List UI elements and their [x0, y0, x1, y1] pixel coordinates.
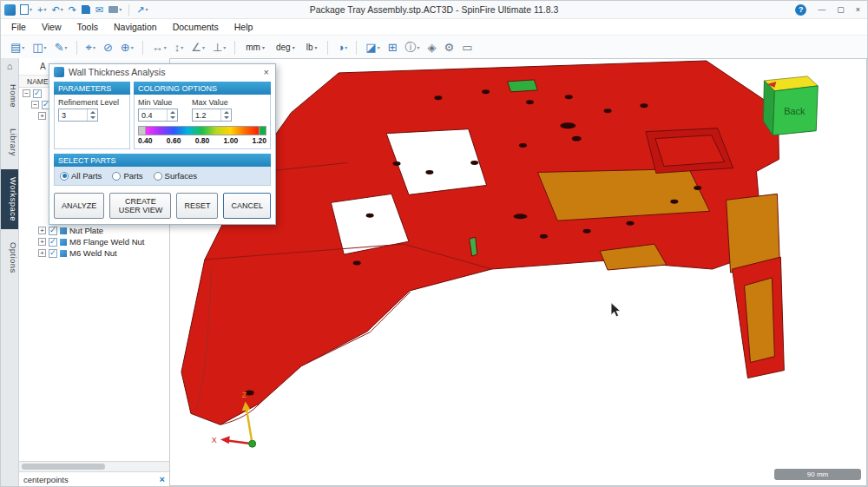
radio-surfaces[interactable]: Surfaces	[154, 171, 198, 181]
max-value-spinner[interactable]: 1.2	[192, 109, 232, 122]
menu-tools[interactable]: Tools	[69, 22, 107, 32]
refinement-label: Refinement Level	[58, 98, 126, 107]
transform-part-icon[interactable]: ⊕▾	[118, 39, 136, 56]
radio-dot[interactable]	[154, 172, 162, 181]
sidebar-tab-library[interactable]: Library	[1, 121, 18, 164]
unit-mass-dropdown[interactable]: lb▾	[302, 43, 322, 52]
dialog-icon	[54, 67, 64, 77]
refinement-value[interactable]: 3	[59, 109, 87, 121]
sidebar-tab-workspace[interactable]: Workspace	[1, 169, 18, 229]
spin-down-icon[interactable]	[88, 115, 97, 122]
separator	[128, 4, 129, 16]
unit-angle-dropdown[interactable]: deg▾	[272, 43, 299, 52]
collapse-icon[interactable]: −	[31, 101, 39, 109]
hide-parts-icon[interactable]: ⊘	[101, 39, 115, 56]
expand-icon[interactable]: +	[38, 238, 46, 246]
cross-section-icon[interactable]: ◪▾	[363, 39, 382, 56]
wall-thickness-dialog: Wall Thickness Analysis × PARAMETERS Ref…	[49, 63, 276, 225]
select-parts-header: SELECT PARTS	[54, 154, 271, 167]
menu-file[interactable]: File	[3, 22, 34, 32]
max-value[interactable]: 1.2	[193, 109, 220, 121]
axis-indicator-icon[interactable]: ◈	[425, 39, 439, 56]
refinement-spinner[interactable]: 3	[58, 109, 98, 122]
email-button[interactable]: ✉	[95, 5, 104, 15]
analyze-button[interactable]: ANALYZE	[54, 193, 104, 219]
separator	[356, 41, 357, 55]
separator	[234, 41, 235, 55]
scrollbar-thumb[interactable]	[22, 464, 105, 470]
radio-dot[interactable]	[112, 172, 121, 181]
app-icon	[4, 4, 16, 16]
dialog-titlebar[interactable]: Wall Thickness Analysis ×	[49, 64, 275, 80]
menu-documents[interactable]: Documents	[165, 22, 227, 32]
select-tool-icon[interactable]: ⌖▾	[83, 39, 98, 56]
min-value-spinner[interactable]: 0.4	[138, 109, 178, 122]
tree-row[interactable]: + M6 Weld Nut	[19, 247, 169, 259]
tree-row[interactable]: + M8 Flange Weld Nut	[19, 236, 169, 247]
min-value[interactable]: 0.4	[139, 109, 167, 121]
menubar: File View Tools Navigation Documents Hel…	[1, 19, 867, 36]
minimize-button[interactable]: —	[818, 5, 825, 14]
spin-down-icon[interactable]	[221, 115, 231, 122]
parameters-header: PARAMETERS	[54, 82, 130, 95]
help-button[interactable]: ?	[795, 4, 806, 16]
radio-all-parts[interactable]: All Parts	[60, 171, 102, 181]
expand-icon[interactable]: +	[38, 227, 46, 234]
menu-view[interactable]: View	[34, 22, 69, 32]
visibility-checkbox[interactable]	[49, 227, 57, 235]
create-user-view-button[interactable]: CREATE USER VIEW	[109, 193, 171, 219]
undo-button[interactable]: ↶▾	[50, 5, 63, 15]
render-mode-icon[interactable]: ◑▾	[334, 39, 350, 56]
viewport-frame-icon[interactable]: ▭	[459, 39, 475, 56]
max-value-label: Max Value	[192, 98, 232, 107]
close-button[interactable]: ×	[856, 5, 860, 14]
tree-item-label: Nut Plate	[69, 226, 103, 235]
visibility-checkbox[interactable]	[49, 238, 57, 247]
measure-height-icon[interactable]: ↕▾	[172, 39, 187, 56]
horizontal-scrollbar[interactable]	[19, 461, 169, 471]
add-document-button[interactable]: +▾	[36, 5, 47, 15]
visibility-checkbox[interactable]	[49, 249, 57, 258]
menu-navigation[interactable]: Navigation	[106, 22, 165, 32]
compare-icon[interactable]: ⊞	[385, 39, 400, 56]
menu-help[interactable]: Help	[227, 22, 261, 32]
dialog-close-icon[interactable]: ×	[262, 67, 271, 77]
annotate-icon[interactable]: ✎▾	[52, 39, 70, 56]
print-button[interactable]: ▾	[108, 6, 122, 13]
orientation-cube[interactable]: Back	[763, 76, 818, 135]
cancel-button[interactable]: CANCEL	[223, 193, 271, 219]
scale-label: 90 mm	[807, 471, 828, 478]
snapshot-icon[interactable]: ◫▾	[30, 39, 49, 56]
tree-filter[interactable]: centerpoints ×	[19, 471, 169, 486]
redo-button[interactable]: ↷	[68, 5, 77, 15]
unit-length-dropdown[interactable]: mm▾	[241, 43, 269, 52]
export-icon: ↗	[136, 5, 144, 15]
sidebar-tab-options[interactable]: Options	[1, 234, 18, 281]
measure-distance-icon[interactable]: ↔▾	[149, 39, 169, 56]
maximize-button[interactable]: ▢	[837, 5, 845, 14]
measure-angle-icon[interactable]: ∠▾	[188, 39, 207, 56]
export-button[interactable]: ↗▾	[135, 5, 148, 15]
part-info-icon[interactable]: ⓘ▾	[403, 39, 423, 56]
expand-icon[interactable]: +	[38, 112, 46, 120]
expand-icon[interactable]: +	[38, 249, 46, 257]
radio-dot[interactable]	[60, 172, 69, 181]
sidebar-tab-home[interactable]: Home	[1, 76, 18, 115]
gradient-tick-labels: 0.40 0.60 0.80 1.00 1.20	[138, 136, 266, 145]
cube-face-label: Back	[784, 106, 806, 116]
axis-z-label: Z	[242, 391, 247, 399]
save-button[interactable]	[81, 5, 91, 14]
part-icon	[60, 250, 67, 257]
collapse-icon[interactable]: −	[23, 89, 30, 97]
spin-down-icon[interactable]	[168, 115, 177, 122]
visibility-checkbox[interactable]	[33, 89, 42, 98]
clear-filter-icon[interactable]: ×	[160, 474, 165, 484]
radio-parts[interactable]: Parts	[112, 171, 142, 181]
markup-capture-icon[interactable]: ▤▾	[8, 39, 27, 56]
new-document-button[interactable]: ▾	[19, 4, 33, 15]
mail-icon: ✉	[95, 5, 103, 15]
reset-button[interactable]: RESET	[176, 193, 218, 219]
settings-gear-icon[interactable]: ⚙	[442, 39, 457, 56]
tree-row[interactable]: + Nut Plate	[19, 225, 169, 236]
measure-perpendicular-icon[interactable]: ⊥▾	[210, 39, 228, 56]
